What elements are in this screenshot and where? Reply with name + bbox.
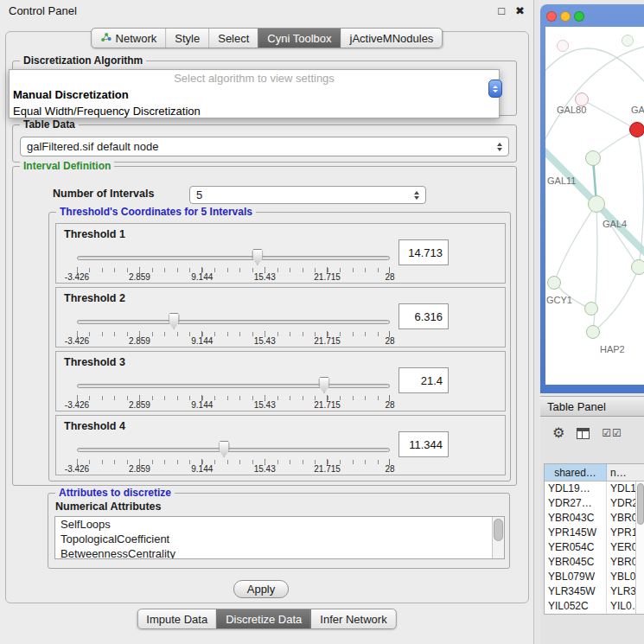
- list-scrollbar-thumb[interactable]: [494, 519, 503, 541]
- list-scrollbar[interactable]: [492, 517, 504, 558]
- cell-shared-name[interactable]: YBR045C: [545, 555, 607, 570]
- gear-icon[interactable]: ⚙: [552, 424, 564, 442]
- table-row[interactable]: YDR27… YDR2…: [545, 496, 644, 511]
- select-columns-checkbox-icons[interactable]: ☑☑: [602, 427, 622, 439]
- threshold-3-slider-thumb[interactable]: [318, 377, 329, 393]
- close-traffic-light-icon[interactable]: [546, 11, 557, 22]
- threshold-3-value-field[interactable]: [399, 367, 449, 393]
- scale-label: -3.426: [65, 400, 89, 410]
- tab-jactivemnodules[interactable]: jActiveMNodules: [341, 29, 443, 48]
- table-scrollbar-thumb[interactable]: [637, 483, 644, 525]
- tab-infer-network[interactable]: Infer Network: [310, 609, 395, 628]
- threshold-3-panel: Threshold 3 -3.4262.8599.14415.4321.7152…: [55, 351, 506, 411]
- threshold-2-slider[interactable]: [77, 312, 390, 331]
- table-data-combobox[interactable]: galFiltered.sif default node: [20, 137, 509, 156]
- group-title: Interval Definition: [20, 160, 114, 172]
- tab-cyni-toolbox[interactable]: Cyni Toolbox: [258, 29, 340, 48]
- threshold-1-panel: Threshold 1 -3.4262.8599.14415.4321.7152…: [55, 223, 506, 284]
- tab-style[interactable]: Style: [165, 29, 208, 48]
- network-node[interactable]: [557, 40, 569, 52]
- table-scrollbar[interactable]: [635, 481, 644, 614]
- threshold-2-value-field[interactable]: [399, 303, 449, 329]
- network-node-highlighted[interactable]: [629, 122, 644, 137]
- attribute-list-item[interactable]: SelfLoops: [55, 517, 504, 532]
- zoom-traffic-light-icon[interactable]: [574, 11, 584, 22]
- threshold-1-value-field[interactable]: [399, 239, 449, 265]
- network-node[interactable]: [631, 259, 644, 275]
- table-row[interactable]: YLR345W YLR3…: [545, 584, 644, 599]
- group-title: Discretization Algorithm: [20, 54, 146, 67]
- network-node-gal11[interactable]: [585, 150, 601, 166]
- cell-shared-name[interactable]: YPR145W: [545, 526, 607, 540]
- table-panel-title: Table Panel: [547, 400, 606, 413]
- table-row[interactable]: YDL19… YDL1…: [545, 481, 644, 496]
- network-node[interactable]: [584, 302, 598, 316]
- slider-track[interactable]: [77, 256, 390, 260]
- apply-button[interactable]: Apply: [233, 580, 289, 598]
- scale-label: 28: [385, 464, 394, 474]
- tab-label: Impute Data: [146, 613, 207, 626]
- attribute-list-item[interactable]: BetweennessCentrality: [55, 546, 504, 559]
- tab-label: Select: [218, 32, 249, 45]
- tab-label: Infer Network: [320, 613, 386, 626]
- scale-label: 2.859: [129, 400, 150, 410]
- cell-shared-name[interactable]: YLR345W: [545, 584, 607, 599]
- node-label-gal80: GAL80: [557, 105, 586, 115]
- threshold-4-value-field[interactable]: [399, 431, 449, 457]
- table-row[interactable]: YER054C YER0…: [545, 540, 644, 555]
- threshold-4-slider-thumb[interactable]: [219, 441, 230, 457]
- network-canvas[interactable]: GAL80 GA GAL11 GAL4 GCY1 HAP2: [545, 27, 644, 385]
- threshold-3-slider[interactable]: [77, 376, 390, 395]
- threshold-1-slider-thumb[interactable]: [252, 249, 263, 265]
- network-node[interactable]: [622, 35, 634, 47]
- cell-shared-name[interactable]: YBR043C: [545, 511, 607, 526]
- node-label-partial: GA: [631, 105, 644, 115]
- algorithm-dropdown-popup: Select algorithm to view settings Manual…: [9, 69, 500, 118]
- threshold-1-slider[interactable]: [77, 248, 390, 267]
- attribute-list-item[interactable]: TopologicalCoefficient: [55, 532, 504, 546]
- tab-select[interactable]: Select: [208, 29, 258, 48]
- dropdown-option-manual-discretization[interactable]: Manual Discretization: [10, 86, 499, 103]
- threshold-4-panel: Threshold 4 -3.4262.8599.14415.4321.7152…: [55, 415, 506, 475]
- scale-label: -3.426: [65, 464, 89, 474]
- scale-label: 9.144: [191, 272, 213, 282]
- minimize-traffic-light-icon[interactable]: [560, 11, 571, 22]
- network-icon: [100, 32, 112, 45]
- node-table: shared… n… YDL19… YDL1… YDR27… YDR2…: [544, 463, 644, 615]
- table-row[interactable]: YBL079W YBL0…: [545, 570, 644, 584]
- column-header-name[interactable]: n…: [607, 464, 644, 481]
- cell-shared-name[interactable]: YDR27…: [545, 496, 607, 511]
- cell-shared-name[interactable]: YER054C: [545, 540, 607, 555]
- slider-track[interactable]: [77, 320, 390, 324]
- cell-shared-name[interactable]: YBL079W: [545, 570, 607, 584]
- dropdown-option-equal-width-frequency[interactable]: Equal Width/Frequency Discretization: [10, 103, 499, 119]
- tab-impute-data[interactable]: Impute Data: [137, 609, 216, 628]
- interval-definition-group: Interval Definition Number of Intervals …: [12, 166, 517, 486]
- slider-track[interactable]: [77, 384, 390, 388]
- window-title: Control Panel: [9, 4, 77, 17]
- tab-discretize-data[interactable]: Discretize Data: [216, 609, 310, 628]
- network-node-gcy1[interactable]: [547, 276, 561, 290]
- table-row[interactable]: YBR043C YBR0…: [545, 511, 644, 526]
- table-row[interactable]: YBR045C YBR0…: [545, 555, 644, 570]
- cell-shared-name[interactable]: YDL19…: [545, 481, 607, 496]
- scale-label: 15.43: [254, 336, 276, 346]
- algorithm-combobox-stepper-icon[interactable]: [488, 80, 502, 98]
- tab-network[interactable]: Network: [92, 29, 166, 48]
- attributes-group: Attributes to discretize Numerical Attri…: [48, 493, 510, 569]
- float-window-icon[interactable]: □: [498, 4, 505, 17]
- close-window-icon[interactable]: ✖: [515, 4, 525, 17]
- show-columns-icon[interactable]: [577, 428, 590, 439]
- table-row[interactable]: YIL052C YIL0…: [545, 599, 644, 614]
- threshold-2-slider-thumb[interactable]: [169, 313, 180, 329]
- column-header-shared-name[interactable]: shared…: [545, 464, 607, 481]
- table-row[interactable]: YPR145W YPR1…: [545, 526, 644, 540]
- table-panel-body: ⚙ ☑☑ shared… n… YDL19… YDL1… YDR27…: [540, 418, 644, 644]
- threshold-4-slider[interactable]: [77, 440, 390, 459]
- cell-shared-name[interactable]: YIL052C: [545, 599, 607, 614]
- slider-track[interactable]: [77, 448, 390, 452]
- number-of-intervals-combobox[interactable]: 5: [189, 186, 426, 204]
- network-node-gal4[interactable]: [588, 195, 605, 213]
- threshold-label: Threshold 4: [64, 420, 125, 432]
- network-node-hap2[interactable]: [586, 325, 600, 339]
